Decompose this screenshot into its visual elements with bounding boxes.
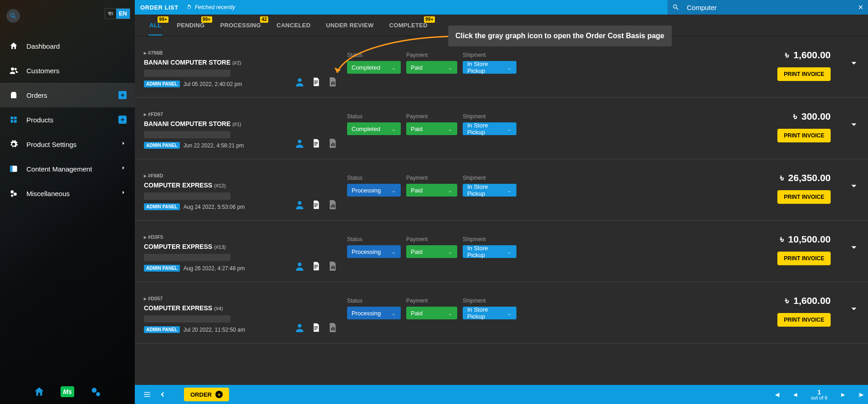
sidebar-item-orders[interactable]: Orders + bbox=[0, 83, 135, 107]
sidebar-item-products[interactable]: Products + bbox=[0, 107, 135, 132]
print-invoice-button[interactable]: PRINT INVOICE bbox=[777, 67, 831, 81]
svg-rect-33 bbox=[334, 328, 335, 330]
print-invoice-button[interactable]: PRINT INVOICE bbox=[777, 190, 831, 204]
shipment-select[interactable]: In Store Pickup⌄ bbox=[463, 61, 516, 74]
expand-row[interactable] bbox=[849, 111, 859, 131]
payment-select[interactable]: Paid⌄ bbox=[406, 245, 457, 258]
status-select[interactable]: Processing⌄ bbox=[347, 184, 401, 197]
back-button[interactable] bbox=[155, 390, 170, 399]
svg-rect-19 bbox=[331, 144, 332, 146]
chart-icon[interactable] bbox=[327, 261, 338, 272]
tab-processing[interactable]: PROCESSING42 bbox=[220, 15, 262, 35]
lang-bn[interactable]: বাং bbox=[105, 9, 116, 19]
add-order-icon[interactable]: + bbox=[118, 91, 127, 99]
svg-rect-2 bbox=[12, 92, 15, 93]
print-invoice-button[interactable]: PRINT INVOICE bbox=[777, 252, 831, 265]
search-input[interactable] bbox=[687, 4, 858, 11]
status-select[interactable]: Completed⌄ bbox=[347, 122, 401, 135]
expand-row[interactable] bbox=[849, 295, 859, 316]
customer-icon[interactable] bbox=[294, 199, 305, 210]
svg-rect-1 bbox=[11, 94, 16, 98]
print-invoice-button[interactable]: PRINT INVOICE bbox=[777, 129, 831, 142]
store-name: COMPUTER EXPRESS (#13) bbox=[144, 243, 285, 250]
order-amount: ৳10,500.00 bbox=[777, 233, 831, 245]
shipment-select[interactable]: In Store Pickup⌄ bbox=[463, 245, 516, 258]
svg-point-10 bbox=[14, 192, 17, 196]
store-name: COMPUTER EXPRESS (#4) bbox=[144, 304, 285, 312]
customer-icon[interactable] bbox=[294, 322, 305, 333]
sidebar-item-customers[interactable]: Customers bbox=[0, 58, 135, 83]
order-id: ▸ #D3F5 bbox=[144, 234, 285, 240]
admin-badge: ADMIN PANEL bbox=[144, 265, 180, 272]
status-header: Status bbox=[347, 236, 401, 242]
shipment-select[interactable]: In Store Pickup⌄ bbox=[463, 307, 516, 319]
chart-icon[interactable] bbox=[327, 322, 338, 333]
status-select[interactable]: Processing⌄ bbox=[347, 307, 401, 319]
payment-select[interactable]: Paid⌄ bbox=[406, 122, 457, 135]
shipment-select[interactable]: In Store Pickup⌄ bbox=[463, 184, 516, 197]
chart-icon[interactable] bbox=[327, 76, 338, 87]
payment-select[interactable]: Paid⌄ bbox=[406, 307, 457, 319]
settings-shortcut[interactable] bbox=[90, 386, 102, 398]
order-id: ▸ #D057 bbox=[144, 296, 285, 302]
tab-canceled[interactable]: CANCELED bbox=[276, 15, 311, 35]
expand-row[interactable] bbox=[849, 172, 859, 193]
customer-icon[interactable] bbox=[294, 261, 305, 272]
tab-all[interactable]: ALL99+ bbox=[148, 15, 162, 35]
tab-under-review[interactable]: UNDER REVIEW bbox=[325, 15, 375, 35]
payment-select[interactable]: Paid⌄ bbox=[406, 184, 457, 197]
add-product-icon[interactable]: + bbox=[118, 116, 127, 124]
page-next[interactable]: ▶ bbox=[841, 392, 845, 398]
sidebar-search-button[interactable] bbox=[6, 9, 20, 23]
status-header: Status bbox=[347, 298, 401, 304]
order-id: ▸ #FD97 bbox=[144, 111, 285, 117]
invoice-icon[interactable] bbox=[311, 322, 322, 333]
status-select[interactable]: Completed⌄ bbox=[347, 61, 401, 74]
page-last[interactable]: |▶ bbox=[858, 392, 863, 398]
page-title: ORDER LIST bbox=[140, 4, 179, 11]
badge: 99+ bbox=[424, 16, 435, 23]
language-switcher[interactable]: বাং EN bbox=[105, 8, 130, 19]
refresh-status[interactable]: Fetched recently bbox=[186, 4, 235, 10]
shipment-header: Shipment bbox=[463, 175, 516, 181]
search-box[interactable]: ✕ bbox=[668, 0, 868, 15]
sidebar-item-misc[interactable]: Miscellaneous bbox=[0, 181, 135, 206]
order-selects: Status Processing⌄ Payment Paid⌄ Shipmen… bbox=[347, 169, 516, 210]
menu-button[interactable] bbox=[139, 390, 155, 399]
invoice-icon[interactable] bbox=[311, 76, 322, 87]
svg-rect-27 bbox=[331, 267, 332, 269]
page-first[interactable]: ◀| bbox=[775, 392, 780, 398]
admin-badge: ADMIN PANEL bbox=[144, 81, 180, 87]
new-order-button[interactable]: ORDER + bbox=[184, 388, 229, 401]
expand-row[interactable] bbox=[849, 233, 859, 254]
chart-icon[interactable] bbox=[327, 138, 338, 149]
invoice-icon[interactable] bbox=[311, 138, 322, 149]
shipment-select[interactable]: In Store Pickup⌄ bbox=[463, 122, 516, 135]
status-select[interactable]: Processing⌄ bbox=[347, 245, 401, 258]
svg-point-22 bbox=[298, 201, 301, 205]
print-invoice-button[interactable]: PRINT INVOICE bbox=[777, 313, 831, 327]
payment-select[interactable]: Paid⌄ bbox=[406, 61, 457, 74]
clear-search-icon[interactable]: ✕ bbox=[858, 4, 863, 11]
svg-point-11 bbox=[11, 195, 13, 197]
customer-icon[interactable] bbox=[294, 76, 305, 87]
ms-badge[interactable]: Ms bbox=[61, 386, 73, 398]
lang-en[interactable]: EN bbox=[116, 9, 130, 19]
customer-icon[interactable] bbox=[294, 138, 305, 149]
tab-completed[interactable]: COMPLETED99+ bbox=[388, 15, 429, 35]
page-prev[interactable]: ◀ bbox=[793, 392, 797, 398]
gear-icon bbox=[9, 140, 18, 149]
sidebar-item-content[interactable]: Content Management bbox=[0, 157, 135, 181]
tab-pending[interactable]: PENDING99+ bbox=[176, 15, 205, 35]
home-shortcut[interactable] bbox=[33, 386, 45, 398]
sidebar-item-product-settings[interactable]: Product Settings bbox=[0, 132, 135, 157]
invoice-icon[interactable] bbox=[311, 199, 322, 210]
invoice-icon[interactable] bbox=[311, 261, 322, 272]
sidebar-item-dashboard[interactable]: Dashboard bbox=[0, 34, 135, 58]
order-id: ▸ #F68D bbox=[144, 173, 285, 179]
expand-row[interactable] bbox=[849, 49, 859, 70]
sidebar-bottom: Ms bbox=[0, 386, 135, 398]
order-icons bbox=[285, 108, 347, 149]
store-name: BANANI COMPUTER STORE (#2) bbox=[144, 59, 285, 66]
chart-icon[interactable] bbox=[327, 199, 338, 210]
